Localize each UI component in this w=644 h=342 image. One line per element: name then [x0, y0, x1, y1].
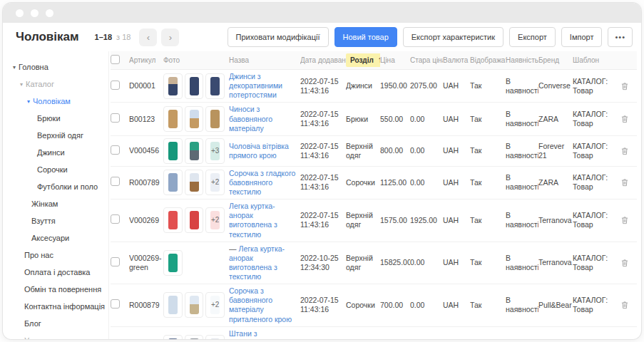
more-photos-badge[interactable]: +3 — [205, 138, 225, 164]
row-checkbox[interactable] — [111, 81, 120, 90]
garment-shape — [190, 211, 199, 229]
edit-icon[interactable] — [613, 146, 613, 156]
more-actions-button[interactable]: ••• — [608, 27, 633, 47]
delete-icon[interactable] — [620, 215, 630, 225]
import-button[interactable]: Імпорт — [561, 27, 603, 47]
prev-page-button[interactable]: ‹ — [139, 28, 157, 46]
product-photo[interactable] — [185, 170, 204, 195]
cell-price: 1125.00 — [380, 176, 410, 190]
edit-icon[interactable] — [613, 81, 613, 91]
window-control-dot[interactable] — [46, 9, 53, 17]
product-photo[interactable] — [185, 335, 204, 339]
more-photos-badge[interactable]: +2 — [205, 292, 225, 318]
edit-icon[interactable] — [613, 300, 613, 310]
sidebar-item-obmin-povernennya[interactable]: Обмін та повернення — [3, 281, 108, 298]
row-checkbox[interactable] — [111, 299, 120, 309]
product-name-link[interactable]: Сорочка з гладкого бавовняного текстилю — [229, 169, 295, 196]
delete-icon[interactable] — [620, 300, 630, 310]
product-photo[interactable] — [163, 207, 183, 233]
product-photo[interactable] — [205, 73, 225, 99]
product-name-link[interactable]: Сорочка з бавовняного матеріалу притален… — [229, 286, 292, 323]
product-photo[interactable] — [185, 292, 204, 318]
table-row: R000789+2Сорочка з гладкого бавовняного … — [111, 167, 637, 200]
product-name-link[interactable]: Штани з бавовняного матеріалу прямого кр… — [229, 329, 294, 339]
product-photo[interactable] — [185, 207, 204, 233]
product-name-link[interactable]: Чиноси з бавовняного матеріалу — [229, 105, 272, 132]
next-page-button[interactable]: › — [161, 28, 179, 46]
more-photos-badge[interactable]: +2 — [205, 170, 225, 195]
window-control-dot[interactable] — [16, 9, 24, 17]
cell-sku: V000269 — [129, 214, 163, 227]
window-control-dot[interactable] — [31, 9, 39, 17]
more-photos-badge[interactable]: +2 — [205, 207, 225, 233]
price-value: 700.00 — [380, 301, 403, 309]
sidebar-item-dzhynsy[interactable]: Джинси — [3, 144, 108, 161]
delete-icon[interactable] — [620, 177, 630, 187]
product-photo[interactable] — [185, 138, 204, 164]
sidebar-item-verkhniy-odyag[interactable]: Верхній одяг — [3, 127, 108, 144]
edit-icon[interactable] — [613, 114, 613, 124]
brand-value: Forever 21 — [538, 142, 564, 160]
hide-modifications-button[interactable]: Приховати модифікації — [228, 27, 329, 47]
more-count: +2 — [206, 293, 224, 317]
edit-icon[interactable] — [613, 215, 613, 225]
sidebar-item-bryuky[interactable]: Брюки — [3, 110, 108, 127]
cell-date: 2022-07-1511:43:16 — [300, 108, 346, 130]
garment-shape — [168, 110, 178, 128]
cell-currency: UAH — [443, 113, 470, 126]
sidebar-item-golovna[interactable]: ▾Головна — [3, 58, 108, 76]
sidebar-item-futbolky-polo[interactable]: Футболки и поло — [3, 178, 108, 195]
edit-icon[interactable] — [613, 177, 613, 187]
product-photo[interactable] — [185, 73, 204, 99]
product-photo[interactable] — [205, 106, 225, 132]
sidebar-item-sorochky[interactable]: Сорочки — [3, 161, 108, 178]
edit-icon[interactable] — [613, 258, 613, 268]
export-characteristics-button[interactable]: Експорт характеристик — [403, 27, 504, 47]
sidebar-item-cholovikam[interactable]: ▾Чоловікам — [3, 93, 108, 110]
product-name-link[interactable]: Чоловіча вітрівка прямого крою — [229, 142, 289, 160]
row-checkbox[interactable] — [111, 177, 120, 186]
product-photo[interactable] — [163, 73, 183, 99]
more-photos-badge[interactable]: +2 — [205, 335, 225, 339]
delete-icon[interactable] — [620, 114, 630, 124]
sidebar-item-katalog[interactable]: ▾Каталог — [3, 76, 108, 93]
row-checkbox[interactable] — [111, 257, 120, 266]
delete-icon[interactable] — [620, 146, 630, 156]
new-product-button[interactable]: Новий товар — [334, 27, 397, 47]
sidebar-item-vzuttya[interactable]: Взуття — [3, 212, 108, 229]
export-button[interactable]: Експорт — [509, 27, 556, 47]
column-header-price: Ціна — [380, 56, 410, 64]
currency-value: UAH — [443, 301, 459, 309]
sidebar-item-oplata-dostavka[interactable]: Оплата і доставка — [3, 264, 108, 281]
product-photo[interactable] — [185, 106, 204, 132]
availability-value: В наявності — [506, 110, 538, 128]
sku-label: V000456 — [129, 146, 159, 155]
product-photo[interactable] — [163, 170, 183, 195]
row-checkbox[interactable] — [111, 145, 120, 155]
product-name-link[interactable]: Легка куртка-анорак виготовлена з тексти… — [229, 244, 285, 281]
product-photo[interactable] — [163, 292, 183, 318]
product-name-link[interactable]: Легка куртка-анорак виготовлена з тексти… — [229, 202, 277, 238]
product-photo[interactable] — [163, 106, 183, 132]
delete-icon[interactable] — [620, 258, 630, 268]
sidebar-item-zhinkam[interactable]: Жінкам — [3, 195, 108, 212]
row-actions — [613, 177, 633, 187]
row-checkbox[interactable] — [111, 214, 120, 224]
sorted-column-chip[interactable]: Розділ⇅ — [346, 53, 380, 67]
column-header-currency: Валюта — [443, 56, 470, 64]
select-all-checkbox[interactable] — [111, 55, 120, 64]
photo-thumbnails: +2 — [163, 207, 225, 233]
row-checkbox[interactable] — [111, 113, 120, 123]
product-photo[interactable] — [163, 335, 183, 339]
sidebar-item-ugoda-korystuvacha[interactable]: Угода користувача — [3, 332, 108, 339]
product-photo[interactable] — [163, 138, 183, 164]
column-label: Бренд — [538, 56, 559, 64]
sidebar-item-kontaktna-informatsiya[interactable]: Контактна інформація — [3, 298, 108, 315]
product-name-link[interactable]: Джинси з декоративними потертостями — [229, 72, 282, 99]
sidebar-item-aksesuary[interactable]: Аксесуари — [3, 229, 108, 247]
product-photo[interactable] — [163, 250, 183, 276]
sidebar-item-pro-nas[interactable]: Про нас — [3, 247, 108, 264]
sidebar-item-blog[interactable]: Блог — [3, 315, 108, 332]
delete-icon[interactable] — [620, 81, 630, 91]
cell-old_price: 0.00 — [410, 256, 443, 269]
